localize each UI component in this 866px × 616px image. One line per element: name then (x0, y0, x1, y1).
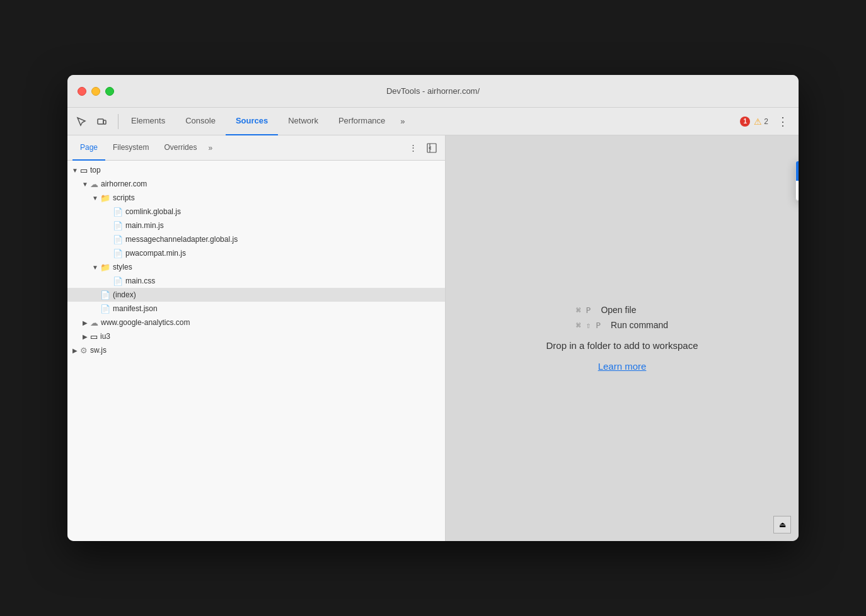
tree-item-sw[interactable]: ▶ ⚙ sw.js (67, 343, 445, 357)
tab-bar: Elements Console Sources Network Perform… (67, 108, 799, 135)
window-title: DevTools - airhorner.com/ (386, 86, 480, 96)
main-content: Page Filesystem Overrides » ⋮ (67, 135, 799, 541)
inspect-icon[interactable] (72, 113, 90, 130)
tree-item-messagechannel[interactable]: 📄 messagechanneladapter.global.js (67, 232, 445, 246)
device-toggle-icon[interactable] (93, 113, 110, 130)
tree-item-scripts[interactable]: ▼ 📁 scripts (67, 191, 445, 205)
tab-divider (118, 114, 118, 129)
title-bar: DevTools - airhorner.com/ (67, 75, 799, 108)
tab-overrides[interactable]: Overrides (156, 135, 204, 161)
drop-text: Drop in a folder to add to workspace (546, 340, 698, 351)
tree-item-airhorner[interactable]: ▼ ☁ airhorner.com (67, 177, 445, 191)
warning-count: 2 (764, 117, 768, 126)
tab-sources[interactable]: Sources (226, 108, 278, 135)
more-menu-button[interactable]: ⋮ (772, 112, 794, 131)
tree-item-pwacompat[interactable]: 📄 pwacompat.min.js (67, 246, 445, 260)
tree-item-google-analytics[interactable]: ▶ ☁ www.google-analytics.com (67, 316, 445, 329)
workspace-info: ⌘ P Open file ⌘ ⇧ P Run command Drop in … (546, 305, 698, 372)
devtools-window: DevTools - airhorner.com/ Elements Conso… (67, 75, 799, 541)
tree-item-iu3[interactable]: ▶ ▭ iu3 (67, 329, 445, 343)
tab-console[interactable]: Console (175, 108, 226, 135)
right-panel-bottom: ⏏ (773, 516, 791, 533)
tree-item-styles[interactable]: ▼ 📁 styles (67, 260, 445, 274)
warning-badge: ⚠ 2 (754, 117, 768, 127)
run-shortcut-text: ⌘ ⇧ P (576, 321, 601, 330)
error-count: 1 (740, 117, 750, 127)
workspace-actions: ⌘ P Open file ⌘ ⇧ P Run command (576, 305, 668, 330)
tree-item-comlink[interactable]: 📄 comlink.global.js (67, 205, 445, 219)
right-panel: ✓ Group by folder Open file ⌘ P ⌘ P Open… (446, 135, 799, 541)
tab-page[interactable]: Page (72, 135, 105, 161)
sources-tabs: Page Filesystem Overrides » ⋮ (67, 135, 445, 161)
tree-item-main-css[interactable]: 📄 main.css (67, 274, 445, 288)
run-command-row: ⌘ ⇧ P Run command (576, 320, 668, 330)
tab-right-actions: 1 ⚠ 2 ⋮ (740, 112, 794, 131)
learn-more-link[interactable]: Learn more (598, 361, 647, 372)
tab-icons (72, 113, 110, 130)
tree-item-main-min[interactable]: 📄 main.min.js (67, 219, 445, 232)
sources-tab-more[interactable]: » (204, 144, 216, 152)
svg-rect-1 (103, 120, 106, 124)
open-file-label: Open file (601, 305, 636, 315)
tree-item-index[interactable]: 📄 (index) (67, 288, 445, 302)
close-button[interactable] (78, 87, 86, 96)
tab-network[interactable]: Network (278, 108, 328, 135)
tab-elements[interactable]: Elements (121, 108, 175, 135)
collapse-panel-button[interactable] (424, 140, 440, 156)
dropdown-menu: ✓ Group by folder Open file ⌘ P (795, 161, 799, 201)
dropdown-group-by-folder[interactable]: ✓ Group by folder (796, 161, 799, 181)
eject-icon-button[interactable]: ⏏ (773, 516, 791, 533)
tab-filesystem[interactable]: Filesystem (105, 135, 156, 161)
run-command-label: Run command (611, 320, 668, 330)
tab-more-button[interactable]: » (395, 108, 410, 135)
more-options-button[interactable]: ⋮ (405, 140, 421, 156)
sources-tabs-right: ⋮ (405, 140, 440, 156)
open-file-shortcut-text: ⌘ P (576, 305, 591, 315)
tree-item-top[interactable]: ▼ ▭ top (67, 163, 445, 177)
traffic-lights (78, 87, 114, 96)
left-panel: Page Filesystem Overrides » ⋮ (67, 135, 446, 541)
error-badge: 1 (740, 117, 750, 127)
open-file-row: ⌘ P Open file (576, 305, 637, 315)
tab-performance[interactable]: Performance (328, 108, 395, 135)
tree-item-manifest[interactable]: 📄 manifest.json (67, 302, 445, 316)
dropdown-open-file[interactable]: Open file ⌘ P (796, 181, 799, 200)
warning-icon: ⚠ (754, 117, 762, 127)
file-tree: ▼ ▭ top ▼ ☁ airhorner.com ▼ 📁 scripts (67, 161, 445, 541)
maximize-button[interactable] (105, 87, 114, 96)
svg-rect-0 (98, 119, 103, 124)
minimize-button[interactable] (91, 87, 100, 96)
